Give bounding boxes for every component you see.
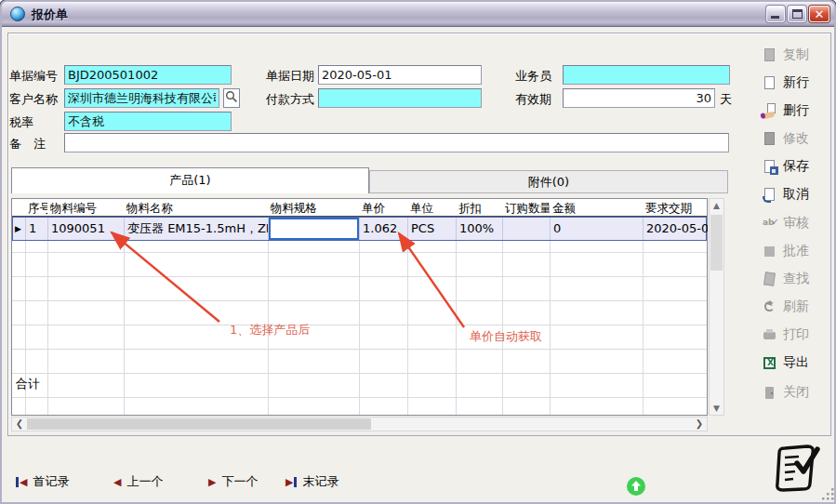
col-unit-price[interactable]: 单价	[359, 199, 407, 216]
new-row-button[interactable]: 新行	[763, 73, 809, 93]
tab-products[interactable]: 产品(1)	[11, 167, 369, 193]
last-record-button[interactable]: ▶ 末记录	[285, 472, 338, 491]
refresh-icon	[763, 299, 778, 315]
col-discount[interactable]: 折扣	[456, 199, 502, 216]
approve-icon	[763, 244, 778, 259]
payment-input[interactable]	[318, 88, 482, 108]
product-table: 序号 物料编号 物料名称 物料规格 单价 单位 折扣 订购数量 金额 要求交期 …	[11, 198, 708, 416]
doc-date-input[interactable]	[318, 65, 482, 85]
doc-number-input[interactable]	[64, 65, 232, 85]
col-row-indicator	[12, 199, 25, 216]
close-form-button: 关闭	[763, 382, 809, 403]
export-excel-icon	[763, 355, 778, 371]
copy-button: 复制	[763, 45, 809, 65]
total-row-label: 合计	[16, 376, 40, 392]
validity-unit-label: 天	[720, 91, 732, 108]
table-row[interactable]: ▶ 1 1090051 变压器 EM15-1.5mH，ZB-H 1.062 PC…	[12, 217, 707, 241]
globe-app-icon	[10, 7, 25, 21]
vertical-scrollbar[interactable]: ▲ ▼	[709, 198, 724, 416]
remarks-label: 备 注	[9, 136, 46, 153]
customer-search-button[interactable]	[223, 88, 240, 108]
doc-date-label: 单据日期	[266, 68, 314, 85]
annotation-auto-price: 单价自动获取	[470, 328, 542, 345]
cell-index[interactable]: 1	[26, 218, 48, 240]
save-icon	[763, 159, 778, 175]
previous-record-button[interactable]: ◀ 上一个	[113, 472, 163, 491]
magnifier-icon	[225, 90, 238, 103]
horizontal-scroll-thumb[interactable]	[27, 418, 371, 430]
titlebar[interactable]: 报价单 ✕	[2, 2, 834, 27]
last-record-icon: ▶	[285, 477, 297, 487]
scroll-left-icon[interactable]: ❮	[13, 418, 26, 431]
cell-unit[interactable]: PCS	[408, 218, 457, 240]
cell-item-code[interactable]: 1090051	[48, 218, 125, 240]
cancel-icon	[763, 187, 778, 203]
print-icon	[763, 327, 778, 343]
first-record-icon: ◀	[16, 477, 27, 487]
scroll-down-icon[interactable]: ▼	[710, 404, 723, 413]
export-button[interactable]: 导出	[763, 352, 809, 373]
maximize-icon	[792, 9, 803, 19]
close-button[interactable]: ✕	[809, 6, 829, 22]
delete-row-icon	[763, 103, 778, 119]
table-header-row: 序号 物料编号 物料名称 物料规格 单价 单位 折扣 订购数量 金额 要求交期	[12, 199, 707, 217]
delete-row-button[interactable]: 删行	[763, 100, 809, 121]
col-delivery-date[interactable]: 要求交期	[643, 199, 707, 216]
print-button: 打印	[763, 325, 809, 345]
cell-discount[interactable]: 100%	[457, 218, 503, 240]
cell-delivery-date[interactable]: 2020-05-01	[644, 218, 708, 240]
modify-button: 修改	[763, 128, 809, 149]
validity-label: 有效期	[515, 91, 551, 108]
cancel-button[interactable]: 取消	[763, 184, 809, 205]
next-record-icon: ▶	[208, 477, 216, 487]
salesperson-input[interactable]	[563, 65, 730, 85]
cell-item-name[interactable]: 变压器 EM15-1.5mH，ZB-H	[125, 218, 269, 240]
cell-order-qty[interactable]	[503, 218, 551, 240]
horizontal-scrollbar[interactable]: ❮ ❯	[11, 417, 708, 431]
spec-cell-editor[interactable]	[269, 218, 359, 240]
modify-icon	[763, 131, 778, 147]
scroll-up-icon[interactable]: ▲	[710, 201, 723, 210]
maximize-button[interactable]	[788, 6, 806, 22]
doc-number-label: 单据编号	[9, 68, 58, 85]
close-icon: ✕	[810, 7, 829, 21]
col-index[interactable]: 序号	[25, 199, 47, 216]
app-logo-icon	[772, 443, 820, 493]
window-title: 报价单	[32, 7, 68, 23]
vertical-scroll-thumb[interactable]	[710, 215, 723, 271]
table-empty-area[interactable]: 合计	[12, 241, 707, 415]
approve-button: 批准	[763, 241, 809, 261]
tab-attachments[interactable]: 附件(0)	[369, 170, 728, 193]
tax-rate-input[interactable]	[64, 112, 232, 131]
previous-record-icon: ◀	[113, 477, 121, 487]
refresh-button: 刷新	[763, 297, 809, 317]
door-close-icon	[763, 385, 778, 401]
customer-input[interactable]	[64, 88, 219, 108]
col-spec[interactable]: 物料规格	[268, 199, 359, 216]
new-row-icon	[763, 75, 778, 91]
app-window: 报价单 ✕ 单据编号 单据日期 业务员 客户名称 付款方式 有效期 天 税率 备…	[0, 0, 836, 504]
remarks-input[interactable]	[64, 133, 729, 153]
customer-label: 客户名称	[9, 91, 58, 108]
cell-spec[interactable]	[269, 218, 360, 240]
col-item-name[interactable]: 物料名称	[124, 199, 268, 216]
col-order-qty[interactable]: 订购数量	[502, 199, 550, 216]
validity-input[interactable]	[563, 88, 715, 108]
col-item-code[interactable]: 物料编号	[47, 199, 124, 216]
copy-icon	[763, 47, 778, 63]
find-button: 查找	[763, 269, 809, 289]
annotation-select-product: 1、选择产品后	[230, 322, 310, 338]
save-button[interactable]: 保存	[763, 156, 809, 177]
minimize-button[interactable]	[766, 6, 785, 22]
col-unit[interactable]: 单位	[407, 199, 456, 216]
first-record-button[interactable]: ◀ 首记录	[16, 472, 69, 491]
next-record-button[interactable]: ▶ 下一个	[208, 472, 258, 491]
scroll-right-icon[interactable]: ❯	[693, 418, 706, 431]
cell-amount[interactable]: 0	[551, 218, 644, 240]
tax-rate-label: 税率	[9, 114, 33, 131]
resize-grip[interactable]	[820, 486, 835, 501]
cell-unit-price[interactable]: 1.062	[360, 218, 408, 240]
minimize-icon	[771, 16, 779, 19]
row-selected-indicator-icon: ▶	[13, 218, 26, 240]
col-amount[interactable]: 金额	[550, 199, 643, 216]
